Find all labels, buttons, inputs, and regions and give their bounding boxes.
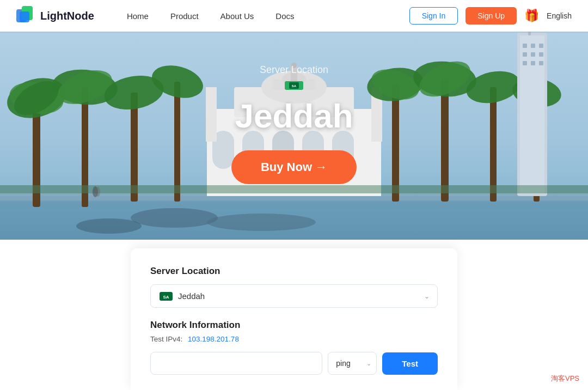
svg-rect-59 — [0, 185, 588, 193]
signup-button[interactable]: Sign Up — [465, 7, 517, 25]
ping-select[interactable]: ping tcping mtr — [328, 352, 377, 375]
gift-icon[interactable]: 🎁 — [524, 9, 539, 23]
svg-point-10 — [207, 214, 316, 231]
logo-icon — [16, 6, 36, 26]
nav-product[interactable]: Product — [170, 11, 199, 21]
hero-content: Server Location SA Jeddah Buy Now → — [0, 32, 588, 184]
logo-text: LightNode — [40, 10, 94, 22]
hero-section: Server Location SA Jeddah Buy Now → — [0, 0, 588, 240]
nav-actions: Sign In Sign Up 🎁 English — [409, 7, 572, 25]
sa-flag-select-icon: SA — [160, 292, 173, 301]
svg-rect-2 — [20, 11, 29, 22]
test-ipv4-row: Test IPv4: 103.198.201.78 — [150, 335, 438, 343]
selected-location-text: Jeddah — [178, 291, 428, 301]
nav-links: Home Product About Us Docs — [127, 11, 409, 21]
test-ipv4-link[interactable]: 103.198.201.78 — [188, 335, 239, 343]
signin-button[interactable]: Sign In — [409, 7, 458, 25]
network-section-title: Network Information — [150, 320, 438, 331]
nav-docs[interactable]: Docs — [275, 11, 294, 21]
svg-point-9 — [76, 218, 142, 234]
hero-subtitle: Server Location — [260, 64, 328, 76]
logo[interactable]: LightNode — [16, 6, 94, 26]
city-title: Jeddah — [235, 96, 353, 135]
test-row: ping tcping mtr ⌄ Test — [150, 352, 438, 375]
test-input[interactable] — [150, 352, 322, 375]
language-selector[interactable]: English — [547, 11, 572, 20]
svg-text:SA: SA — [163, 295, 169, 300]
nav-home[interactable]: Home — [127, 11, 149, 21]
country-badge: SA — [285, 81, 303, 90]
select-chevron-icon: ⌄ — [424, 292, 430, 300]
svg-point-61 — [96, 187, 100, 197]
location-select-row[interactable]: SA Jeddah ⌄ — [150, 284, 438, 308]
buynow-button[interactable]: Buy Now → — [231, 150, 357, 184]
svg-point-8 — [131, 208, 218, 228]
test-button[interactable]: Test — [382, 352, 438, 375]
server-info-card: Server Location SA Jeddah ⌄ Network Info… — [131, 248, 457, 390]
navbar: LightNode Home Product About Us Docs Sig… — [0, 0, 588, 32]
sa-flag-icon: SA — [289, 82, 299, 89]
location-section-title: Server Location — [150, 266, 438, 277]
test-ipv4-label: Test IPv4: — [150, 335, 182, 343]
ping-select-wrapper: ping tcping mtr ⌄ — [328, 352, 377, 375]
watermark: 淘客VPS — [551, 374, 579, 383]
svg-text:SA: SA — [292, 84, 297, 88]
nav-about[interactable]: About Us — [220, 11, 254, 21]
